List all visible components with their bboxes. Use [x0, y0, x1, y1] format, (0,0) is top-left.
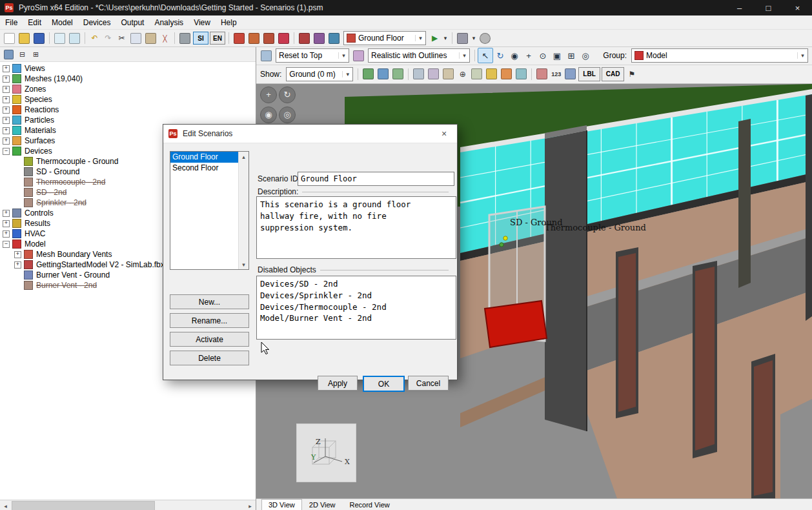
new-thermocouple-icon[interactable]	[234, 33, 245, 44]
disabled-objects-box[interactable]: Devices/SD - 2nd Devices/Sprinkler - 2nd…	[256, 276, 456, 340]
run-simulation-button[interactable]: ▶	[429, 32, 441, 45]
menu-view[interactable]: View	[188, 17, 216, 28]
copy-icon[interactable]	[130, 33, 141, 44]
reset-view-combobox[interactable]: Reset to Top ▾	[276, 48, 349, 63]
run-options-chevron-icon[interactable]: ▾	[442, 32, 449, 45]
menu-analysis[interactable]: Analysis	[149, 17, 188, 28]
dialog-titlebar[interactable]: Ps Edit Scenarios ×	[163, 125, 457, 143]
menu-model[interactable]: Model	[46, 17, 78, 28]
collapse-icon[interactable]: −	[3, 148, 10, 155]
redo-icon[interactable]: ↷	[102, 32, 114, 45]
new-file-icon[interactable]	[4, 33, 15, 44]
group-combobox[interactable]: Model ▾	[631, 48, 808, 63]
show-particles-toggle[interactable]	[471, 68, 482, 79]
collapse-icon[interactable]: −	[3, 241, 10, 248]
minimize-button[interactable]: –	[725, 0, 754, 15]
import-model-icon[interactable]	[54, 33, 65, 44]
collapse-all-icon[interactable]: ⊟	[16, 48, 28, 61]
si-units-toggle[interactable]: SI	[193, 32, 208, 45]
scenario-combobox[interactable]: Ground Floor ▾	[343, 31, 426, 45]
open-file-icon[interactable]	[19, 33, 30, 44]
close-button[interactable]: ×	[783, 0, 812, 15]
description-textarea[interactable]: This scenario is a ground floor hallway …	[256, 196, 456, 259]
scroll-up-icon[interactable]: ▴	[239, 152, 249, 161]
select-tool[interactable]: ↖	[478, 48, 493, 63]
rename-scenario-button[interactable]: Rename...	[170, 313, 249, 328]
new-sprinkler-icon[interactable]	[263, 33, 274, 44]
texture-toggle[interactable]	[501, 68, 512, 79]
tab-3d-view[interactable]: 3D View	[261, 499, 302, 510]
tree-item-species[interactable]: + Species	[0, 94, 256, 105]
scenario-list-item[interactable]: Second Floor	[170, 163, 238, 174]
floor-level-combobox[interactable]: Ground (0 m) ▾	[286, 67, 353, 81]
expand-icon[interactable]: +	[3, 117, 10, 124]
link-visibility-icon[interactable]: ⊕	[456, 68, 469, 80]
new-scenario-button[interactable]: New...	[170, 294, 249, 309]
activate-scenario-button[interactable]: Activate	[170, 332, 249, 347]
tree-item-zones[interactable]: + Zones	[0, 84, 256, 94]
reset-view-icon[interactable]	[261, 50, 272, 61]
show-boundaries-toggle[interactable]	[392, 68, 403, 79]
expand-icon[interactable]: +	[3, 230, 10, 238]
expand-all-icon[interactable]: ⊞	[30, 48, 42, 61]
tab-2d-view[interactable]: 2D View	[302, 499, 343, 510]
fds-cube-icon[interactable]	[457, 33, 468, 44]
delete-icon[interactable]: ╳	[159, 32, 171, 45]
tree-item-meshes[interactable]: + Meshes (19,040)	[0, 74, 256, 84]
scenario-id-input[interactable]: Ground Floor	[298, 172, 454, 186]
show-openings-toggle[interactable]	[378, 68, 389, 79]
scenario-list[interactable]: Ground Floor Second Floor ▴ ▾	[170, 151, 249, 270]
clip-region-tool[interactable]: ◎	[578, 48, 593, 63]
scroll-left-icon[interactable]: ◂	[0, 501, 11, 510]
chevron-down-icon[interactable]: ▾	[338, 52, 349, 59]
expand-icon[interactable]: +	[14, 261, 21, 269]
tree-item-reactions[interactable]: + Reactions	[0, 105, 256, 115]
pan-view-button[interactable]: +	[260, 87, 277, 103]
scenario-list-scrollbar[interactable]: ▴ ▾	[238, 152, 249, 269]
scroll-down-icon[interactable]: ▾	[239, 260, 249, 269]
smokeview-icon[interactable]	[314, 33, 325, 44]
show-origin-toggle[interactable]	[565, 68, 576, 79]
render-mode-combobox[interactable]: Realistic with Outlines ▾	[368, 48, 470, 63]
cad-toggle-button[interactable]: CAD	[602, 67, 625, 81]
save-file-icon[interactable]	[34, 33, 45, 44]
new-vent-icon[interactable]	[278, 33, 289, 44]
snapshot-icon[interactable]	[179, 33, 190, 44]
pause-resume-icon[interactable]	[480, 33, 491, 44]
undo-icon[interactable]: ↶	[88, 32, 101, 45]
scenario-list-item[interactable]: Ground Floor	[170, 152, 238, 163]
expand-icon[interactable]: +	[3, 86, 10, 93]
expand-icon[interactable]: +	[14, 251, 21, 258]
menu-file[interactable]: File	[0, 17, 23, 28]
plot-results-icon[interactable]	[329, 33, 340, 44]
scrollbar-thumb[interactable]	[12, 501, 155, 510]
en-units-toggle[interactable]: EN	[210, 32, 225, 45]
paste-icon[interactable]	[145, 33, 156, 44]
smoke-detector-marker[interactable]	[503, 236, 507, 240]
expand-icon[interactable]: +	[3, 107, 10, 114]
chevron-down-icon[interactable]: ▾	[459, 52, 469, 59]
show-meshes-toggle[interactable]	[363, 68, 374, 79]
tree-horizontal-scrollbar[interactable]: ◂ ▸	[0, 500, 256, 510]
menu-help[interactable]: Help	[216, 17, 242, 28]
render-mode-icon[interactable]	[353, 50, 364, 61]
zoom-extents-tool[interactable]: ⊞	[564, 48, 578, 63]
expand-icon[interactable]: +	[3, 76, 10, 83]
expand-icon[interactable]: +	[3, 127, 10, 134]
maximize-button[interactable]: □	[754, 0, 783, 15]
menu-devices[interactable]: Devices	[78, 17, 116, 28]
expand-icon[interactable]: +	[3, 220, 10, 227]
menu-output[interactable]: Output	[116, 17, 149, 28]
expand-icon[interactable]: +	[3, 65, 10, 72]
chevron-down-icon[interactable]: ▾	[342, 71, 352, 77]
tab-record-view[interactable]: Record View	[343, 499, 397, 510]
orbit-view-button[interactable]: ↻	[279, 87, 296, 103]
expand-icon[interactable]: +	[3, 96, 10, 103]
zoom-window-tool[interactable]: ▣	[550, 48, 564, 63]
expand-icon[interactable]: +	[3, 210, 10, 217]
fds-options-chevron-icon[interactable]: ▾	[471, 32, 477, 45]
apply-button[interactable]: Apply	[318, 376, 358, 391]
cut-icon[interactable]: ✂	[116, 32, 128, 45]
thermocouple-marker[interactable]	[500, 243, 503, 247]
labels-toggle-button[interactable]: LBL	[578, 67, 600, 81]
